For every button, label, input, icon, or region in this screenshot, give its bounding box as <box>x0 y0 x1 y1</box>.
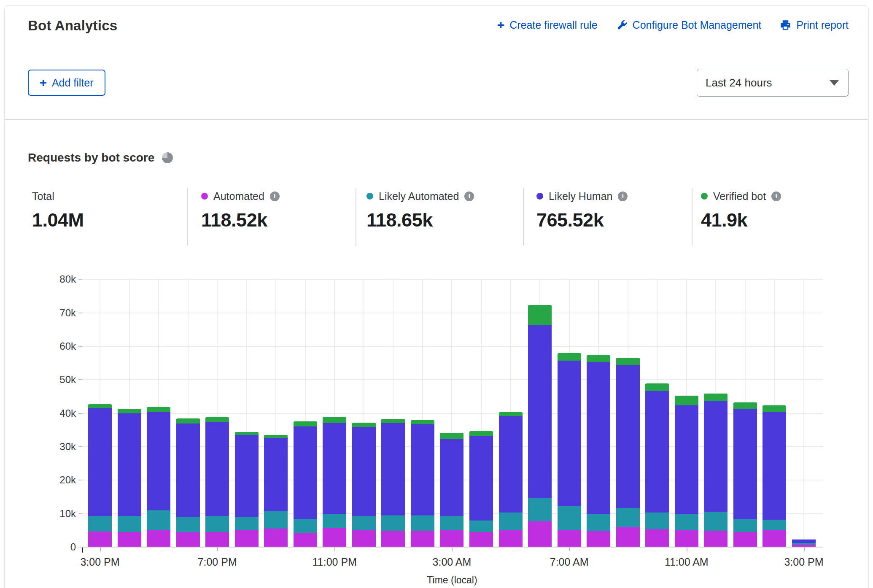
bar-segment-automated[interactable] <box>440 530 463 547</box>
bar-segment-likely-automated[interactable] <box>587 514 610 531</box>
bar-segment-verified-bot[interactable] <box>88 404 112 408</box>
bar-segment-automated[interactable] <box>264 529 288 547</box>
bar-segment-likely-automated[interactable] <box>499 512 523 530</box>
bar-600am[interactable] <box>528 305 552 547</box>
bar-segment-likely-automated[interactable] <box>558 506 581 530</box>
bar-segment-verified-bot[interactable] <box>411 420 434 424</box>
bar-800pm[interactable] <box>235 432 259 547</box>
bar-segment-likely-human[interactable] <box>88 408 112 516</box>
bar-1100am[interactable] <box>675 396 698 547</box>
bar-1000pm[interactable] <box>294 421 317 547</box>
info-icon[interactable]: i <box>270 192 280 201</box>
bar-segment-automated[interactable] <box>323 528 346 547</box>
bar-segment-likely-human[interactable] <box>411 424 434 516</box>
bar-segment-automated[interactable] <box>205 532 229 547</box>
bar-segment-likely-human[interactable] <box>528 325 552 498</box>
create-firewall-rule-link[interactable]: + Create firewall rule <box>497 19 598 31</box>
bar-segment-automated[interactable] <box>176 532 200 547</box>
bar-segment-verified-bot[interactable] <box>440 433 463 439</box>
bar-segment-verified-bot[interactable] <box>323 417 346 423</box>
bar-segment-verified-bot[interactable] <box>645 383 669 391</box>
bar-segment-likely-human[interactable] <box>763 412 786 520</box>
bar-segment-likely-automated[interactable] <box>469 521 493 532</box>
bar-segment-automated[interactable] <box>294 533 317 547</box>
bar-segment-verified-bot[interactable] <box>616 358 640 365</box>
bar-segment-verified-bot[interactable] <box>733 402 757 409</box>
bar-segment-likely-automated[interactable] <box>440 516 463 530</box>
bar-segment-verified-bot[interactable] <box>294 421 317 427</box>
bar-segment-likely-automated[interactable] <box>147 510 170 530</box>
bar-segment-likely-human[interactable] <box>235 435 259 517</box>
bar-segment-likely-automated[interactable] <box>675 514 698 530</box>
info-icon[interactable]: i <box>771 192 781 201</box>
bar-segment-likely-automated[interactable] <box>411 515 434 531</box>
bar-segment-verified-bot[interactable] <box>558 353 581 361</box>
bar-segment-likely-automated[interactable] <box>733 519 757 532</box>
bar-segment-likely-human[interactable] <box>176 423 200 518</box>
bar-segment-automated[interactable] <box>558 530 581 547</box>
bar-100pm[interactable] <box>733 402 757 547</box>
bar-segment-verified-bot[interactable] <box>176 418 200 423</box>
bar-segment-likely-human[interactable] <box>733 409 757 519</box>
bar-200am[interactable] <box>411 420 434 547</box>
bar-segment-verified-bot[interactable] <box>352 423 376 427</box>
bar-600pm[interactable] <box>176 418 200 547</box>
bar-segment-likely-automated[interactable] <box>118 516 141 531</box>
configure-bot-management-link[interactable]: Configure Bot Management <box>616 19 762 31</box>
bar-segment-likely-automated[interactable] <box>323 514 346 528</box>
bar-segment-verified-bot[interactable] <box>675 396 698 405</box>
bar-segment-verified-bot[interactable] <box>499 412 523 416</box>
bar-segment-automated[interactable] <box>645 529 669 547</box>
bar-segment-likely-automated[interactable] <box>645 512 669 529</box>
info-icon[interactable]: i <box>618 192 628 201</box>
bar-segment-automated[interactable] <box>587 531 610 547</box>
bar-segment-verified-bot[interactable] <box>235 432 259 435</box>
bar-800am[interactable] <box>587 355 610 547</box>
bar-segment-likely-automated[interactable] <box>352 516 376 530</box>
bar-segment-automated[interactable] <box>763 530 786 547</box>
bar-segment-verified-bot[interactable] <box>763 405 786 413</box>
bar-segment-likely-automated[interactable] <box>205 516 229 531</box>
bar-400pm[interactable] <box>118 409 141 547</box>
bar-700pm[interactable] <box>205 417 229 547</box>
bar-segment-likely-human[interactable] <box>147 412 170 510</box>
bar-1100pm[interactable] <box>323 417 346 547</box>
bar-segment-automated[interactable] <box>616 527 640 547</box>
bar-100am[interactable] <box>381 419 405 547</box>
bar-segment-likely-automated[interactable] <box>88 516 112 531</box>
bar-300pm[interactable] <box>792 539 816 547</box>
bar-segment-likely-human[interactable] <box>499 416 523 512</box>
bar-segment-verified-bot[interactable] <box>469 431 493 436</box>
bar-segment-likely-human[interactable] <box>264 438 288 511</box>
bar-segment-likely-automated[interactable] <box>381 515 405 531</box>
bar-segment-likely-human[interactable] <box>323 423 346 514</box>
bar-segment-automated[interactable] <box>704 531 728 547</box>
bar-segment-automated[interactable] <box>499 530 523 547</box>
bar-200pm[interactable] <box>763 405 786 547</box>
bar-segment-likely-human[interactable] <box>469 436 493 521</box>
bar-400am[interactable] <box>469 431 493 547</box>
bar-1200am[interactable] <box>352 423 376 547</box>
add-filter-button[interactable]: + Add filter <box>28 70 105 96</box>
bar-segment-likely-human[interactable] <box>118 413 141 516</box>
bar-segment-automated[interactable] <box>528 521 552 547</box>
bar-500am[interactable] <box>499 412 523 547</box>
bar-900am[interactable] <box>616 358 640 547</box>
bar-segment-likely-automated[interactable] <box>235 517 259 530</box>
bar-300am[interactable] <box>440 433 463 547</box>
bar-segment-likely-human[interactable] <box>294 426 317 519</box>
bar-segment-automated[interactable] <box>733 532 757 547</box>
bar-segment-likely-human[interactable] <box>616 365 640 508</box>
bar-segment-automated[interactable] <box>235 530 259 547</box>
bar-segment-verified-bot[interactable] <box>118 409 141 413</box>
bar-segment-likely-automated[interactable] <box>616 508 640 527</box>
bar-segment-likely-automated[interactable] <box>763 520 786 530</box>
info-icon[interactable]: i <box>464 192 474 201</box>
bar-segment-verified-bot[interactable] <box>381 419 405 423</box>
bar-segment-likely-human[interactable] <box>352 427 376 516</box>
bar-segment-automated[interactable] <box>88 531 112 547</box>
bar-segment-automated[interactable] <box>381 531 405 547</box>
bar-1200pm[interactable] <box>704 394 728 547</box>
bar-segment-verified-bot[interactable] <box>704 394 728 401</box>
bar-segment-automated[interactable] <box>411 531 434 547</box>
